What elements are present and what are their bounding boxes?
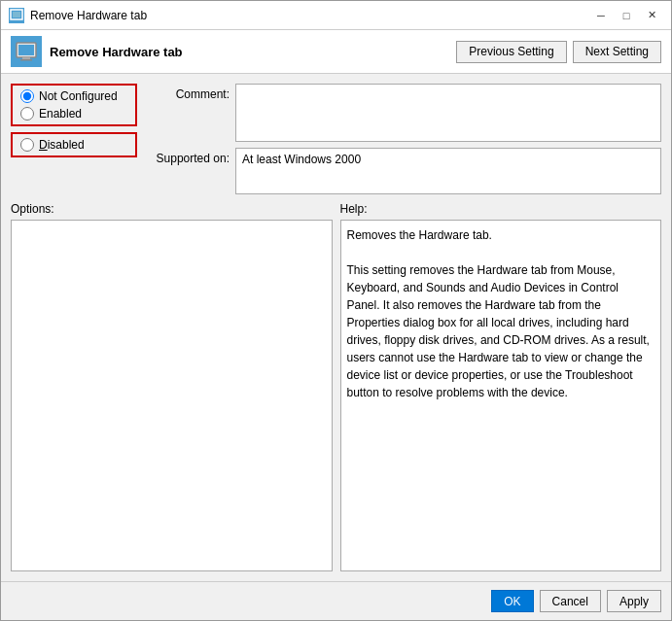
- options-label: Options:: [11, 202, 333, 216]
- maximize-button[interactable]: □: [615, 6, 638, 25]
- disabled-input[interactable]: [20, 138, 34, 152]
- not-configured-label: Not Configured: [39, 89, 118, 103]
- bottom-panels: Options: Help: Removes the Hardware tab.…: [11, 202, 661, 571]
- close-button[interactable]: ✕: [640, 6, 663, 25]
- top-section: Not Configured Enabled Disabled: [11, 84, 661, 194]
- main-window: Remove Hardware tab ─ □ ✕ Remove Hardwar…: [0, 0, 672, 621]
- header-icon: [11, 36, 42, 67]
- apply-button[interactable]: Apply: [607, 590, 661, 612]
- supported-text: At least Windows 2000: [242, 153, 361, 166]
- window-icon: [9, 8, 24, 23]
- svg-rect-5: [20, 59, 32, 61]
- help-text: Removes the Hardware tab.This setting re…: [347, 228, 650, 399]
- enabled-radio[interactable]: Enabled: [20, 107, 127, 121]
- title-bar-controls: ─ □ ✕: [589, 6, 663, 25]
- not-configured-input[interactable]: [20, 89, 34, 103]
- svg-rect-1: [13, 12, 20, 17]
- previous-setting-button[interactable]: Previous Setting: [456, 41, 566, 63]
- svg-rect-3: [18, 45, 34, 55]
- main-content: Not Configured Enabled Disabled: [1, 74, 671, 581]
- ok-button[interactable]: OK: [491, 590, 533, 612]
- header-bar: Remove Hardware tab Previous Setting Nex…: [1, 30, 671, 74]
- right-section: Comment: Supported on: At least Windows …: [147, 84, 661, 194]
- comment-textarea[interactable]: [235, 84, 661, 142]
- header-buttons: Previous Setting Next Setting: [456, 41, 661, 63]
- title-bar-text: Remove Hardware tab: [30, 9, 589, 22]
- comment-label: Comment:: [147, 84, 230, 101]
- minimize-button[interactable]: ─: [589, 6, 613, 25]
- svg-rect-4: [22, 57, 30, 59]
- footer: OK Cancel Apply: [1, 581, 671, 620]
- enabled-label: Enabled: [39, 107, 82, 121]
- next-setting-button[interactable]: Next Setting: [573, 41, 661, 63]
- supported-box: At least Windows 2000: [235, 148, 661, 194]
- help-section: Help: Removes the Hardware tab.This sett…: [340, 202, 662, 571]
- comment-row: Comment:: [147, 84, 661, 142]
- radio-panel: Not Configured Enabled Disabled: [11, 84, 137, 194]
- disabled-label: Disabled: [39, 138, 85, 152]
- enabled-input[interactable]: [20, 107, 34, 121]
- disabled-radio[interactable]: Disabled: [20, 138, 127, 152]
- supported-label: Supported on:: [147, 148, 230, 165]
- not-configured-radio[interactable]: Not Configured: [20, 89, 127, 103]
- cancel-button[interactable]: Cancel: [540, 590, 601, 612]
- options-box: [11, 220, 333, 571]
- options-section: Options:: [11, 202, 333, 571]
- title-bar: Remove Hardware tab ─ □ ✕: [1, 1, 671, 30]
- radio-group-box: Not Configured Enabled: [11, 84, 137, 126]
- header-title: Remove Hardware tab: [50, 45, 456, 59]
- help-box: Removes the Hardware tab.This setting re…: [340, 220, 662, 571]
- help-label: Help:: [340, 202, 662, 216]
- disabled-group-box: Disabled: [11, 132, 137, 157]
- supported-row: Supported on: At least Windows 2000: [147, 148, 661, 194]
